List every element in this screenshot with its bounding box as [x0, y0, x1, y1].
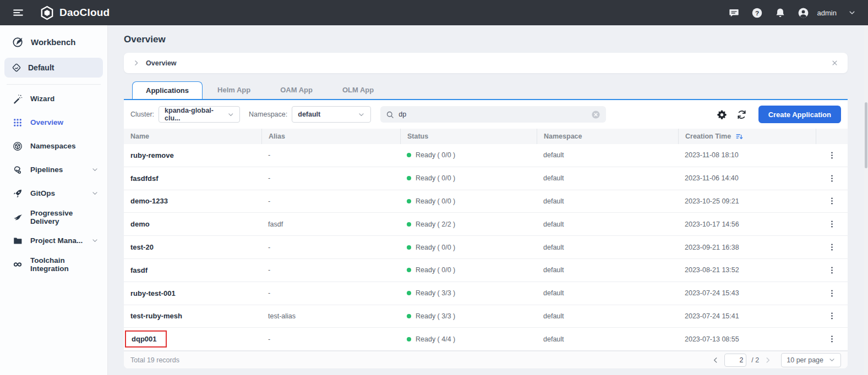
sort-desc-icon[interactable]	[735, 133, 744, 141]
refresh-icon[interactable]	[736, 109, 747, 120]
workspace-label: Default	[28, 63, 54, 72]
tab-oam-app[interactable]: OAM App	[265, 81, 327, 99]
gear-icon[interactable]	[717, 109, 727, 120]
breadcrumb: Overview	[124, 53, 848, 73]
daocloud-logo[interactable]: DaoCloud	[40, 5, 110, 20]
clear-search-icon[interactable]	[591, 110, 600, 119]
table-footer: Total 19 records / 2 10 per page	[124, 351, 848, 368]
cell-creation-time: 2023-11-06 14:40	[678, 174, 816, 182]
top-bar: DaoCloud ? admin	[0, 0, 868, 25]
bell-icon[interactable]	[774, 7, 786, 19]
application-name[interactable]: fasdfdsf	[130, 174, 159, 183]
cell-alias: -	[261, 197, 400, 205]
kebab-menu-icon[interactable]	[827, 196, 837, 206]
prev-page-icon[interactable]	[712, 356, 719, 364]
cell-name[interactable]: ruby-test-001	[124, 289, 261, 297]
kebab-menu-icon[interactable]	[827, 311, 837, 321]
cluster-value: kpanda-global-clu...	[165, 107, 227, 122]
sidebar-item-wizard[interactable]: Wizard	[0, 87, 107, 111]
avatar-icon[interactable]	[798, 7, 809, 19]
cell-name[interactable]: demo-1233	[124, 197, 261, 205]
kebab-menu-icon[interactable]	[827, 219, 837, 229]
tab-olm-app[interactable]: OLM App	[327, 81, 389, 99]
sidebar-item-toolchain-integration[interactable]: Toolchain Integration	[0, 252, 107, 276]
sidebar-item-workbench[interactable]: Workbench	[0, 25, 107, 54]
column-header-name: Name	[124, 129, 261, 144]
scrollbar-thumb[interactable]	[865, 102, 867, 168]
application-name[interactable]: fasdf	[130, 266, 148, 274]
cell-namespace: default	[537, 266, 678, 274]
application-name[interactable]: ruby-test-001	[130, 289, 176, 297]
sidebar-divider	[7, 84, 101, 85]
cell-name[interactable]: ruby-remove	[124, 151, 261, 159]
swap-workspace-icon[interactable]	[86, 63, 96, 73]
status-dot	[407, 337, 411, 341]
tab-helm-app[interactable]: Helm App	[203, 81, 265, 99]
content-panel: Cluster: kpanda-global-clu... Namespace:…	[124, 100, 848, 368]
user-name[interactable]: admin	[817, 9, 837, 17]
cell-name[interactable]: test-20	[124, 243, 261, 251]
chevron-down-icon	[91, 166, 99, 173]
kebab-menu-icon[interactable]	[827, 174, 837, 183]
sidebar-item-progressive-delivery[interactable]: Progressive Delivery	[0, 205, 107, 229]
chevron-down-icon	[227, 111, 234, 118]
create-application-button[interactable]: Create Application	[758, 106, 841, 123]
kebab-menu-icon[interactable]	[827, 289, 837, 298]
table-header: NameAliasStatusNamespaceCreation Time	[124, 129, 848, 144]
sidebar-item-gitops[interactable]: GitOps	[0, 181, 107, 205]
cell-name[interactable]: fasdfdsf	[124, 174, 261, 183]
column-header-alias: Alias	[261, 129, 400, 144]
total-pages: / 2	[751, 356, 759, 364]
cell-actions	[816, 334, 848, 344]
namespace-select[interactable]: default	[292, 106, 371, 123]
cell-creation-time: 2023-11-08 18:10	[678, 151, 816, 159]
cell-namespace: default	[537, 244, 678, 251]
cell-name[interactable]: demo	[124, 220, 261, 228]
sidebar-item-label: Progressive Delivery	[30, 209, 99, 225]
application-name[interactable]: demo	[130, 220, 150, 228]
sidebar-item-overview[interactable]: Overview	[0, 111, 107, 134]
sidebar-item-project-mana[interactable]: Project Mana...	[0, 229, 107, 252]
cluster-select[interactable]: kpanda-global-clu...	[159, 106, 240, 123]
sidebar-item-label: Toolchain Integration	[30, 256, 99, 273]
application-name[interactable]: test-ruby-mesh	[130, 312, 182, 320]
hamburger-menu-icon[interactable]	[12, 7, 24, 19]
sidebar-item-namespaces[interactable]: Namespaces	[0, 134, 107, 158]
cell-alias: test-alias	[261, 312, 400, 320]
kebab-menu-icon[interactable]	[827, 242, 837, 252]
breadcrumb-item[interactable]: Overview	[146, 59, 177, 67]
cell-status: Ready ( 0/0 )	[400, 266, 537, 274]
next-page-icon[interactable]	[764, 356, 772, 364]
cell-namespace: default	[537, 335, 678, 343]
kebab-menu-icon[interactable]	[827, 334, 837, 344]
close-icon[interactable]	[831, 59, 839, 67]
kebab-menu-icon[interactable]	[827, 151, 837, 160]
message-icon[interactable]	[728, 7, 740, 19]
status-dot	[407, 268, 411, 272]
highlighted-name[interactable]: dqp001	[125, 330, 167, 348]
page-number-input[interactable]	[724, 354, 746, 367]
workspace-selector[interactable]: Default	[4, 58, 103, 78]
vertical-scrollbar[interactable]	[864, 25, 868, 375]
brand-name: DaoCloud	[59, 7, 110, 19]
sidebar-item-pipelines[interactable]: Pipelines	[0, 158, 107, 181]
chevron-right-icon[interactable]	[133, 59, 140, 67]
page-size-select[interactable]: 10 per page	[781, 353, 841, 367]
tab-applications[interactable]: Applications	[132, 81, 203, 99]
application-name[interactable]: ruby-remove	[130, 151, 174, 159]
cell-namespace: default	[537, 174, 678, 182]
cell-name[interactable]: fasdf	[124, 266, 261, 274]
cell-alias: fasdf	[261, 220, 400, 228]
cell-status: Ready ( 3/3 )	[400, 289, 537, 297]
cell-name[interactable]: test-ruby-mesh	[124, 312, 261, 320]
user-chevron-down-icon[interactable]	[848, 9, 856, 16]
application-name[interactable]: test-20	[130, 243, 154, 251]
search-input[interactable]	[398, 111, 587, 118]
help-icon[interactable]: ?	[751, 7, 763, 19]
kebab-menu-icon[interactable]	[827, 266, 837, 275]
filter-bar: Cluster: kpanda-global-clu... Namespace:…	[124, 100, 848, 129]
cell-namespace: default	[537, 289, 678, 297]
application-name[interactable]: demo-1233	[130, 197, 168, 205]
cell-name[interactable]: dqp001	[124, 330, 261, 348]
sidebar-item-label: GitOps	[30, 189, 55, 197]
